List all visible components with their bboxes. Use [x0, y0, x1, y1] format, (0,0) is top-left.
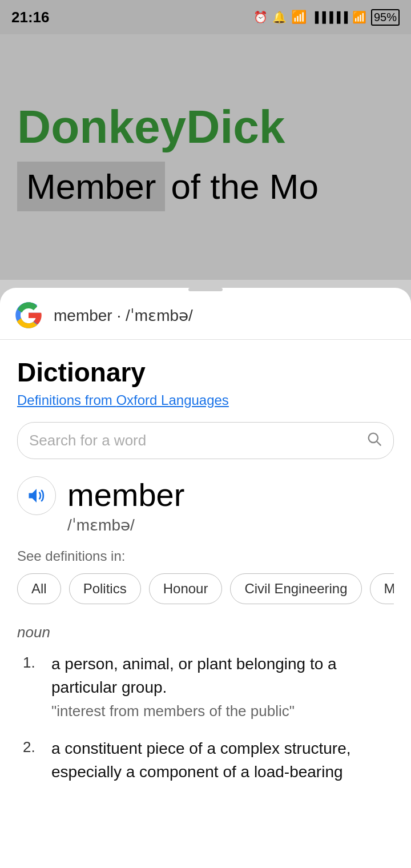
word-info: member /ˈmɛmbə/ — [67, 476, 184, 535]
speaker-icon — [26, 485, 47, 506]
bluetooth-icon: 📶 — [291, 10, 307, 25]
svg-marker-2 — [29, 489, 37, 503]
google-logo — [14, 300, 43, 330]
alarm-icon: ⏰ — [253, 10, 268, 24]
app-title: DonkeyDick — [17, 103, 394, 150]
word-phonetic: /ˈmɛmbə/ — [67, 516, 184, 535]
def-text-2: a constituent piece of a complex structu… — [51, 737, 394, 783]
search-icon — [366, 431, 382, 451]
def-example-1: "interest from members of the public" — [51, 702, 394, 720]
search-box[interactable]: Search for a word — [17, 422, 394, 459]
chip-politics[interactable]: Politics — [69, 573, 141, 604]
wifi-icon: 📶 — [352, 10, 366, 24]
dictionary-title: Dictionary — [17, 357, 394, 388]
app-subtitle: Member — [26, 167, 156, 206]
def-text-1: a person, animal, or plant belonging to … — [51, 653, 394, 699]
app-subtitle-rest: of the Mo — [171, 166, 318, 207]
oxford-languages-link[interactable]: Oxford Languages — [116, 392, 228, 408]
dictionary-section: Dictionary Definitions from Oxford Langu… — [0, 340, 411, 812]
definitions-source: Definitions from Oxford Languages — [17, 392, 394, 408]
word-main: member — [67, 476, 184, 513]
see-definitions-label: See definitions in: — [17, 548, 394, 564]
chip-honour[interactable]: Honour — [149, 573, 223, 604]
definition-item-1: 1. a person, animal, or plant belonging … — [23, 653, 394, 720]
notification-icon: 🔔 — [272, 10, 287, 24]
speaker-button[interactable] — [17, 476, 56, 515]
def-number-2: 2. — [23, 737, 51, 756]
definitions-list: 1. a person, animal, or plant belonging … — [17, 653, 394, 783]
chip-maths[interactable]: Mathe — [370, 573, 394, 604]
filter-chips: All Politics Honour Civil Engineering Ma… — [17, 573, 394, 610]
status-bar: 21:16 ⏰ 🔔 📶 ▐▐▐▐▐ 📶 95% — [0, 0, 411, 34]
word-entry: member /ˈmɛmbə/ — [17, 476, 394, 535]
pos-label: noun — [17, 624, 394, 641]
google-search-text: member · /ˈmɛmbə/ — [54, 306, 193, 325]
signal-icon: ▐▐▐▐▐ — [311, 11, 348, 23]
definition-item-2: 2. a constituent piece of a complex stru… — [23, 737, 394, 783]
def-content-1: a person, animal, or plant belonging to … — [51, 653, 394, 720]
svg-line-1 — [377, 441, 380, 445]
app-background: DonkeyDick Member of the Mo — [0, 34, 411, 280]
search-input[interactable]: Search for a word — [29, 432, 366, 449]
chip-all[interactable]: All — [17, 573, 61, 604]
status-time: 21:16 — [11, 9, 50, 26]
google-header: member · /ˈmɛmbə/ — [0, 291, 411, 340]
app-subtitle-container: Member — [17, 162, 165, 211]
def-content-2: a constituent piece of a complex structu… — [51, 737, 394, 783]
bottom-sheet: member · /ˈmɛmbə/ Dictionary Definitions… — [0, 288, 411, 868]
def-number-1: 1. — [23, 653, 51, 672]
status-icons: ⏰ 🔔 📶 ▐▐▐▐▐ 📶 95% — [253, 9, 400, 26]
chip-civil-engineering[interactable]: Civil Engineering — [230, 573, 361, 604]
battery-icon: 95% — [371, 9, 400, 26]
